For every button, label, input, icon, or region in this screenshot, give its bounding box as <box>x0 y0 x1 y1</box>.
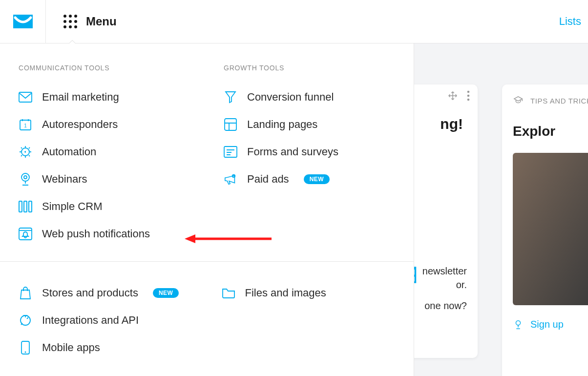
svg-marker-22 <box>185 234 195 243</box>
menu-item-web-push[interactable]: Web push notifications <box>19 220 194 248</box>
bottom-right-column: Files and images <box>222 279 396 361</box>
menu-item-paid-ads[interactable]: $ Paid ads NEW <box>224 166 399 193</box>
menu-item-label: Landing pages <box>247 118 317 131</box>
form-icon <box>224 145 237 159</box>
menu-item-label: Files and images <box>245 287 326 299</box>
tips-heading: Explor <box>513 124 588 139</box>
menu-item-stores-products[interactable]: Stores and products NEW <box>19 279 192 307</box>
signup-label: Sign up <box>530 319 564 330</box>
svg-rect-10 <box>19 201 22 212</box>
mega-menu: COMMUNICATION TOOLS Email marketing 1 Au… <box>0 43 414 376</box>
menu-trigger[interactable]: Menu <box>46 0 117 43</box>
columns-icon <box>19 200 32 213</box>
svg-text:$: $ <box>233 175 234 177</box>
menu-item-label: Integrations and API <box>42 314 139 327</box>
funnel-icon <box>224 90 237 104</box>
menu-item-webinars[interactable]: Webinars <box>19 166 194 193</box>
bottom-left-column: Stores and products NEW Integrations and… <box>19 279 192 361</box>
lists-link[interactable]: Lists <box>559 15 581 27</box>
more-icon[interactable] <box>467 90 470 101</box>
svg-point-9 <box>24 176 27 179</box>
svg-rect-15 <box>224 146 237 157</box>
mobile-icon <box>19 341 32 355</box>
top-bar: Menu Lists <box>0 0 588 43</box>
menu-item-autoresponders[interactable]: 1 Autoresponders <box>19 111 194 138</box>
menu-item-landing-pages[interactable]: Landing pages <box>224 111 399 138</box>
menu-item-label: Paid ads <box>247 173 289 186</box>
menu-item-email-marketing[interactable]: Email marketing <box>19 84 194 111</box>
menu-item-files-images[interactable]: Files and images <box>222 279 396 307</box>
plug-icon <box>19 313 32 327</box>
megaphone-icon: $ <box>224 172 237 186</box>
menu-item-mobile-apps[interactable]: Mobile apps <box>19 334 192 361</box>
growth-tools-column: GROWTH TOOLS Conversion funnel Landing p… <box>224 64 399 248</box>
svg-point-0 <box>467 91 470 93</box>
move-icon[interactable] <box>447 90 458 101</box>
video-thumbnail[interactable]: Wa <box>513 153 588 305</box>
menu-item-label: Stores and products <box>42 287 138 299</box>
signup-link[interactable]: Sign up <box>513 319 588 330</box>
webcam-icon <box>19 172 32 186</box>
svg-rect-4 <box>19 92 32 102</box>
svg-point-1 <box>467 95 470 97</box>
menu-item-label: Email marketing <box>42 91 119 104</box>
layout-icon <box>224 118 237 131</box>
menu-item-label: Mobile apps <box>42 341 100 354</box>
menu-item-automation[interactable]: Automation <box>19 138 194 166</box>
menu-item-label: Forms and surveys <box>247 146 338 158</box>
new-badge: NEW <box>304 174 330 184</box>
webinar-icon <box>513 319 524 330</box>
svg-rect-12 <box>29 201 32 212</box>
menu-item-integrations-api[interactable]: Integrations and API <box>19 307 192 334</box>
tips-icon <box>513 95 524 106</box>
annotation-arrow-icon <box>185 233 273 245</box>
svg-text:1: 1 <box>24 123 27 128</box>
mail-icon <box>19 90 32 104</box>
new-badge: NEW <box>153 288 179 298</box>
menu-item-label: Web push notifications <box>42 228 150 240</box>
menu-item-forms-surveys[interactable]: Forms and surveys <box>224 138 399 166</box>
calendar-icon: 1 <box>19 118 32 131</box>
menu-item-label: Conversion funnel <box>247 91 334 104</box>
grid-icon <box>63 15 77 28</box>
bell-icon <box>19 227 32 241</box>
menu-item-simple-crm[interactable]: Simple CRM <box>19 193 194 220</box>
gear-icon <box>19 145 32 159</box>
tips-card: TIPS AND TRICKS Explor Wa Sign up <box>502 84 588 376</box>
svg-point-20 <box>25 352 26 353</box>
app-logo[interactable] <box>0 0 46 43</box>
menu-item-label: Automation <box>42 146 96 158</box>
svg-rect-11 <box>24 201 27 212</box>
svg-point-3 <box>516 320 520 325</box>
menu-item-label: Autoresponders <box>42 118 118 131</box>
svg-point-2 <box>467 99 470 101</box>
menu-label: Menu <box>86 15 117 28</box>
top-nav-right: Lists <box>559 15 588 28</box>
menu-item-label: Webinars <box>42 173 87 186</box>
menu-item-conversion-funnel[interactable]: Conversion funnel <box>224 84 399 111</box>
section-heading-communication: COMMUNICATION TOOLS <box>19 64 194 72</box>
folder-icon <box>222 286 235 300</box>
tips-section-label: TIPS AND TRICKS <box>530 97 588 105</box>
communication-tools-column: COMMUNICATION TOOLS Email marketing 1 Au… <box>19 64 194 248</box>
menu-item-label: Simple CRM <box>42 200 102 213</box>
section-heading-growth: GROWTH TOOLS <box>224 64 399 72</box>
svg-rect-14 <box>225 119 236 130</box>
svg-point-8 <box>21 173 29 181</box>
shopping-bag-icon <box>19 286 32 300</box>
